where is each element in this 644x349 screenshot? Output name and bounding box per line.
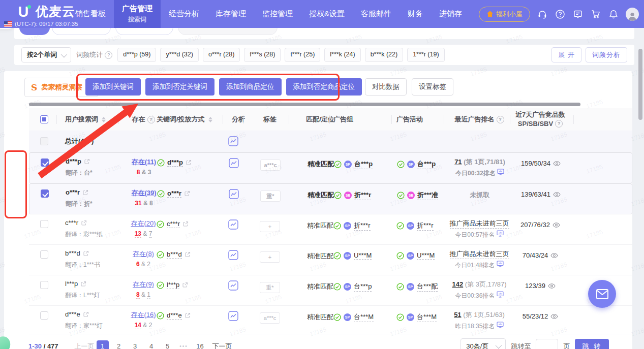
set-tag-button[interactable]: 设置标签 — [412, 78, 453, 96]
external-link-icon[interactable] — [185, 251, 191, 258]
page-button[interactable]: 3 — [129, 340, 141, 349]
nav-item-3[interactable]: 经营分析 — [161, 0, 207, 28]
nav-item-9[interactable]: 进销存 — [431, 0, 470, 28]
rank-monitor-icon[interactable] — [497, 230, 504, 237]
external-link-icon[interactable] — [184, 191, 190, 197]
campaign-link[interactable]: 台***p — [417, 160, 436, 169]
question-circle-icon[interactable]: ? — [497, 116, 504, 123]
exist-num-red[interactable]: 6 — [136, 261, 140, 268]
campaign-link[interactable]: 台***M — [417, 312, 437, 322]
freq-analysis-button[interactable]: 词频分析 — [586, 47, 627, 62]
add-tag-button[interactable]: + — [260, 221, 280, 232]
word-tag[interactable]: t***r (25) — [285, 48, 320, 62]
keyword-link[interactable]: c***r — [167, 220, 180, 228]
row-checkbox[interactable] — [41, 158, 49, 167]
jump-page-input[interactable] — [536, 339, 558, 349]
analysis-chart-icon[interactable] — [229, 158, 239, 168]
select-all-checkbox[interactable] — [40, 115, 48, 123]
bell-icon[interactable] — [608, 9, 619, 20]
page-ellipsis[interactable]: ••• — [178, 340, 190, 349]
rank-monitor-icon[interactable] — [497, 169, 504, 175]
page-button[interactable]: 5 — [162, 340, 174, 349]
ad-group-link[interactable]: 台***p — [354, 160, 373, 169]
add-tag-button[interactable]: + — [260, 251, 280, 263]
headset-icon[interactable] — [537, 9, 548, 20]
exist-num-red[interactable]: 8 — [136, 291, 140, 299]
word-tag[interactable]: f***s (28) — [244, 48, 281, 62]
exist-num-gray[interactable]: 2 — [147, 261, 150, 268]
rank-monitor-icon[interactable] — [497, 291, 504, 298]
analysis-chart-icon[interactable] — [228, 219, 238, 230]
exist-num-gray[interactable]: 1 — [147, 291, 150, 299]
exist-link[interactable]: 存在(16) — [131, 310, 156, 320]
clipped-button[interactable] — [52, 28, 111, 35]
sort-icon[interactable] — [207, 117, 212, 122]
eye-icon[interactable] — [553, 222, 560, 228]
exist-num-red[interactable]: 31 — [135, 200, 141, 207]
rank-number[interactable]: 51 — [454, 311, 461, 319]
eye-icon[interactable] — [550, 252, 558, 259]
row-checkbox[interactable] — [41, 189, 49, 198]
keyword-link[interactable]: d***e — [167, 311, 182, 320]
exist-num-gray[interactable]: 2 — [149, 322, 152, 329]
add-to-product-targeting-button[interactable]: 添加到商品定位 — [219, 78, 282, 96]
external-link-icon[interactable] — [80, 281, 86, 287]
ad-group-link[interactable]: 折***r — [354, 221, 371, 231]
external-link-icon[interactable] — [81, 220, 87, 226]
word-count-select[interactable]: 按2个单词 — [21, 47, 71, 62]
exist-link[interactable]: 存在(11) — [132, 157, 156, 167]
rank-monitor-icon[interactable] — [497, 261, 504, 267]
analysis-chart-icon[interactable] — [228, 250, 238, 260]
clipped-button[interactable] — [115, 28, 173, 35]
word-tag[interactable]: l***k (24) — [324, 48, 360, 62]
next-page-button[interactable]: 下一页 — [212, 342, 232, 349]
word-tag[interactable]: b***k (22) — [365, 48, 404, 62]
exist-num-red[interactable]: 13 — [135, 230, 141, 238]
exist-link[interactable]: 存在(39) — [131, 188, 156, 198]
word-tag[interactable]: y***d (32) — [160, 48, 199, 62]
welfare-pill-button[interactable]: 福利小屋 — [479, 7, 530, 22]
eye-icon[interactable] — [553, 192, 561, 198]
external-link-icon[interactable] — [182, 282, 188, 288]
external-link-icon[interactable] — [82, 189, 88, 196]
row-checkbox[interactable] — [40, 137, 48, 145]
external-link-icon[interactable] — [185, 312, 191, 319]
keyword-link[interactable]: o***r — [167, 189, 181, 198]
analysis-chart-icon[interactable] — [229, 189, 239, 199]
eye-icon[interactable] — [550, 313, 558, 320]
word-tag[interactable]: 1***r (19) — [407, 48, 444, 62]
word-tag[interactable]: o***r (28) — [203, 48, 240, 62]
help-icon[interactable] — [555, 9, 566, 20]
campaign-link[interactable]: 折***r — [417, 221, 434, 231]
exist-num-gray[interactable]: 3 — [148, 169, 151, 176]
exist-num-gray[interactable]: 7 — [149, 230, 152, 238]
exist-link[interactable]: 存在(9) — [133, 280, 154, 289]
jump-button[interactable]: 跳 转 — [575, 339, 609, 349]
tag-box[interactable]: 重* — [260, 282, 280, 293]
campaign-link[interactable]: 台***配 — [417, 282, 438, 292]
add-to-negative-keywords-button[interactable]: 添加到否定关键词 — [145, 78, 214, 96]
page-button[interactable]: 16 — [194, 340, 206, 349]
eye-icon[interactable] — [553, 161, 561, 167]
page-size-select[interactable]: 30条/页 — [461, 338, 506, 349]
nav-item-5[interactable]: 监控管理 — [254, 0, 301, 28]
nav-item-7[interactable]: 客服邮件 — [353, 0, 400, 28]
question-circle-icon[interactable]: ? — [555, 120, 563, 128]
external-link-icon[interactable] — [84, 158, 90, 165]
rank-status-link[interactable]: 推广商品未进前三页 — [450, 219, 509, 229]
row-checkbox[interactable] — [40, 281, 48, 289]
rank-monitor-icon[interactable] — [497, 322, 504, 328]
cart-icon[interactable] — [590, 9, 601, 20]
sort-icon[interactable] — [100, 117, 106, 122]
tag-box[interactable]: a***c — [260, 160, 281, 171]
page-button[interactable]: 2 — [113, 340, 125, 349]
row-checkbox[interactable] — [40, 311, 48, 320]
mail-fab[interactable] — [588, 280, 616, 308]
ad-group-link[interactable]: U***M — [354, 251, 372, 260]
ad-group-link[interactable]: 台***M — [354, 312, 374, 322]
rank-number[interactable]: 71 — [454, 158, 462, 166]
prev-page-button[interactable]: 上一页 — [75, 342, 95, 349]
exist-num-gray[interactable]: 8 — [149, 200, 153, 207]
analysis-chart-icon[interactable] — [228, 136, 238, 146]
word-tag[interactable]: d***p (59) — [117, 48, 156, 62]
